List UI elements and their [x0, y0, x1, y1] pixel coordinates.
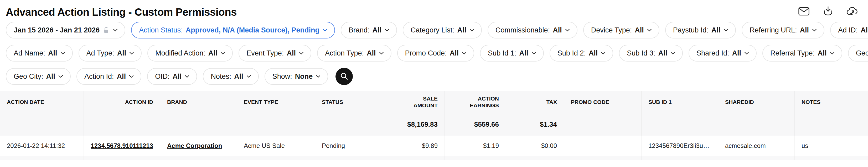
cell-brand[interactable]: Acme Corporation	[160, 136, 237, 156]
filter-label: Paystub Id:	[673, 26, 709, 34]
filter-chip[interactable]: Promo Code: All	[397, 45, 474, 61]
filter-label: Notes:	[211, 73, 231, 81]
col-header-action-date[interactable]: ACTION DATE	[0, 91, 84, 113]
actions-table: ACTION DATE ACTION ID BRAND EVENT TYPE S…	[0, 91, 868, 160]
filter-label: Geo City:	[14, 73, 43, 81]
filter-chip[interactable]: Ad Type: All	[79, 45, 142, 61]
chevron-down-icon	[113, 29, 118, 31]
col-header-notes[interactable]: NOTES	[795, 91, 868, 113]
filter-chip[interactable]: Geo City: All	[6, 68, 71, 85]
cell-action-id[interactable]: 1234.5678.910111213	[84, 136, 160, 156]
filter-chip[interactable]: Paystub Id: All	[665, 22, 736, 39]
filter-label: Geo Country:	[856, 49, 868, 57]
email-icon	[798, 6, 810, 17]
stub-cell	[445, 156, 506, 160]
filter-label: Show:	[273, 73, 292, 81]
chevron-down-icon	[323, 29, 327, 31]
col-header-sale-amount[interactable]: SALE AMOUNT	[393, 91, 445, 113]
filter-value: All	[553, 26, 562, 34]
filter-label: Sub Id 1:	[488, 49, 516, 57]
filter-chip[interactable]: Ad Name: All	[6, 45, 73, 61]
brand-link[interactable]: Acme Corporation	[167, 142, 222, 150]
chevron-down-icon	[247, 75, 251, 78]
col-header-brand[interactable]: BRAND	[160, 91, 237, 113]
action-id-link[interactable]: 1234.5678.910111213	[91, 142, 153, 150]
stub-cell	[506, 156, 564, 160]
filter-chip[interactable]: Sub Id 3: All	[619, 45, 683, 61]
summary-cell	[642, 113, 718, 136]
summary-cell	[718, 113, 795, 136]
filter-chip[interactable]: Commissionable: All	[488, 22, 578, 39]
filter-label: OID:	[155, 73, 170, 81]
download-icon	[823, 6, 834, 17]
cloud-sync-button[interactable]	[846, 6, 859, 17]
filter-chip[interactable]: Sub Id 2: All	[550, 45, 614, 61]
filter-value: All	[450, 49, 459, 57]
email-button[interactable]	[798, 6, 810, 17]
filter-chip[interactable]: Geo Country: All	[848, 45, 868, 61]
col-header-action-earnings[interactable]: ACTION EARNINGS	[445, 91, 506, 113]
summary-cell	[315, 113, 393, 136]
filter-row-1: Jan 15 2026 - Jan 21 2026 Action Status:…	[6, 22, 868, 39]
cell-event-type: Acme US Sale	[237, 136, 315, 156]
col-header-tax[interactable]: TAX	[506, 91, 564, 113]
filter-value: All	[658, 49, 667, 57]
filter-chip[interactable]: Referral Type: All	[763, 45, 842, 61]
filter-chip[interactable]: Referring URL: All	[742, 22, 825, 39]
date-range-filter[interactable]: Jan 15 2026 - Jan 21 2026	[6, 22, 125, 39]
filter-chip[interactable]: Sub Id 1: All	[480, 45, 544, 61]
chevron-down-icon	[601, 52, 605, 54]
col-header-event-type[interactable]: EVENT TYPE	[237, 91, 315, 113]
summary-cell	[564, 113, 642, 136]
col-header-promo-code[interactable]: PROMO CODE	[564, 91, 642, 113]
chevron-down-icon	[724, 29, 728, 31]
filter-chip[interactable]: Event Type: All	[239, 45, 311, 61]
filter-label: Ad ID:	[838, 26, 858, 34]
filter-chip[interactable]: Brand: All	[341, 22, 397, 39]
filter-chip[interactable]: Ad ID: All	[830, 22, 868, 39]
summary-tax: $1.34	[506, 113, 564, 136]
chevron-down-icon	[647, 29, 652, 31]
filter-chip[interactable]: Shared Id: All	[688, 45, 756, 61]
col-header-status[interactable]: STATUS	[315, 91, 393, 113]
action-status-filter[interactable]: Action Status: Approved, N/A (Media Sour…	[131, 22, 335, 39]
col-header-action-id[interactable]: ACTION ID	[84, 91, 160, 113]
download-button[interactable]	[822, 6, 834, 17]
filter-chip[interactable]: Action Type: All	[317, 45, 392, 61]
filter-chip[interactable]: Show: None	[265, 68, 329, 85]
col-header-sub-id-1[interactable]: SUB ID 1	[642, 91, 718, 113]
topbar: Advanced Action Listing - Custom Permiss…	[0, 0, 868, 18]
cell-promo-code	[564, 136, 642, 156]
filter-value: All	[635, 26, 644, 34]
filter-value: All	[287, 49, 296, 57]
chevron-down-icon	[316, 75, 320, 78]
stub-cell	[237, 156, 315, 160]
cell-notes: us	[795, 136, 868, 156]
filter-chip[interactable]: Modified Action: All	[147, 45, 233, 61]
cell-sub-id-1: 1234567890Er3ii3u28...	[642, 136, 718, 156]
filter-value: All	[861, 26, 868, 34]
filter-value: All	[800, 26, 809, 34]
filter-chip[interactable]: Category List: All	[403, 22, 482, 39]
filter-label: Referral Type:	[770, 49, 815, 57]
table-next-row-partial	[0, 156, 868, 160]
table-header-row: ACTION DATE ACTION ID BRAND EVENT TYPE S…	[0, 91, 868, 113]
filter-row-2: Ad Name: All Ad Type: All Modified Actio…	[6, 45, 868, 61]
filter-label: Referring URL:	[749, 26, 797, 34]
stub-cell	[315, 156, 393, 160]
cell-status: Pending	[315, 136, 393, 156]
filter-label: Device Type:	[591, 26, 632, 34]
filter-chip[interactable]: OID: All	[147, 68, 197, 85]
filter-label: Action Type:	[325, 49, 364, 57]
filter-chip[interactable]: Notes: All	[203, 68, 259, 85]
filter-value: All	[457, 26, 467, 34]
filter-chip[interactable]: Action Id: All	[76, 68, 141, 85]
col-header-sharedid[interactable]: SHAREDID	[718, 91, 795, 113]
filter-value: All	[367, 49, 376, 57]
search-button[interactable]	[336, 68, 353, 85]
filter-value: All	[711, 26, 721, 34]
filter-value: All	[732, 49, 741, 57]
filter-chip[interactable]: Device Type: All	[583, 22, 659, 39]
stub-cell	[393, 156, 445, 160]
sub-id-1-value: 1234567890Er3ii3u28...	[648, 142, 711, 150]
